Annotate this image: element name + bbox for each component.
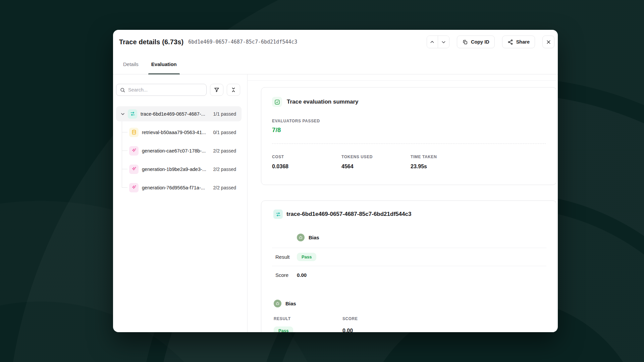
- robot-icon: [274, 300, 281, 307]
- pass-badge: Pass: [297, 253, 316, 261]
- score-cell: 0.00: [342, 328, 353, 333]
- header-actions: Copy ID Share: [427, 36, 554, 48]
- sparkles-icon: [129, 146, 139, 156]
- page-title: Trace details (6.73s): [119, 38, 183, 46]
- metric-label: TOKENS USED: [341, 155, 411, 159]
- share-icon: [507, 39, 513, 45]
- share-label: Share: [516, 39, 530, 45]
- span-tree-panel: trace-6bd1e469-0657-4687-... 1/1 passed …: [113, 74, 248, 332]
- metric-value: 0.0368: [272, 164, 341, 170]
- swap-arrows-icon: [128, 109, 137, 119]
- panel-divider: [248, 80, 558, 81]
- modal-body: trace-6bd1e469-0657-4687-... 1/1 passed …: [113, 74, 558, 332]
- evaluator-summary-header-bias: Bias: [274, 300, 556, 307]
- score-row: Score 0.00: [261, 266, 556, 284]
- result-cell: Pass: [274, 326, 342, 332]
- node-label: generation-76d9565a-f71a-...: [142, 185, 205, 190]
- filter-funnel-icon: [214, 87, 220, 93]
- dashed-divider: [272, 143, 546, 144]
- chevron-up-icon: [429, 39, 435, 45]
- copy-icon: [462, 39, 468, 45]
- metric-label: TIME TAKEN: [411, 155, 437, 159]
- copy-id-label: Copy ID: [471, 39, 489, 45]
- trace-nav-group: [427, 36, 449, 48]
- chevron-down-icon: [441, 39, 446, 45]
- result-header: RESULT: [274, 316, 342, 321]
- node-label: generation-1b9be2a9-ade3-...: [142, 167, 206, 172]
- close-button[interactable]: [542, 36, 554, 48]
- database-icon: [129, 128, 139, 137]
- summary-card-header: Trace evaluation summary: [272, 97, 546, 107]
- search-input[interactable]: [128, 87, 203, 93]
- collapse-vertical-icon: [230, 87, 236, 93]
- chevron-down-icon[interactable]: [120, 111, 125, 117]
- prev-trace-button[interactable]: [427, 36, 438, 48]
- evaluators-passed-value: 7/8: [272, 126, 546, 134]
- metric-tokens-used: TOKENS USED 4564: [341, 155, 411, 170]
- robot-icon: [297, 234, 305, 241]
- node-status: 2/2 passed: [213, 185, 242, 190]
- search-toolbar: [116, 84, 240, 96]
- tree-row-generation-1[interactable]: generation-cae67c07-178b-... 2/2 passed: [116, 143, 241, 158]
- node-status: 0/1 passed: [213, 130, 242, 135]
- score-label: Score: [275, 272, 297, 278]
- modal-header: Trace details (6.73s) 6bd1e469-0657-4687…: [113, 30, 558, 54]
- node-status: 2/2 passed: [213, 167, 242, 172]
- node-status: 1/1 passed: [213, 111, 242, 117]
- evaluators-passed-label: EVALUATORS PASSED: [272, 119, 546, 123]
- score-header: SCORE: [342, 316, 358, 321]
- summary-card-title: Trace evaluation summary: [287, 99, 359, 105]
- tree-row-generation-3[interactable]: generation-76d9565a-f71a-... 2/2 passed: [116, 180, 241, 195]
- swap-arrows-icon: [273, 209, 283, 219]
- table-values: Pass 0.00: [274, 326, 556, 332]
- evaluator-name: Bias: [285, 301, 296, 306]
- node-label: generation-cae67c07-178b-...: [142, 148, 206, 154]
- checkbox-check-icon: [272, 97, 282, 107]
- trace-card-title: trace-6bd1e469-0657-4687-85c7-6bd21df544…: [286, 211, 411, 218]
- tree-row-retrieval[interactable]: retrieval-b50aaa79-0563-41... 0/1 passed: [116, 125, 241, 140]
- tree-row-generation-2[interactable]: generation-1b9be2a9-ade3-... 2/2 passed: [116, 162, 241, 177]
- tab-evaluation[interactable]: Evaluation: [148, 54, 180, 74]
- trace-evaluation-summary-card: Trace evaluation summary EVALUATORS PASS…: [261, 87, 557, 185]
- close-icon: [546, 39, 551, 45]
- sparkles-icon: [129, 165, 139, 174]
- score-value: 0.00: [297, 272, 307, 278]
- title-wrap: Trace details (6.73s) 6bd1e469-0657-4687…: [119, 38, 427, 46]
- trace-id: 6bd1e469-0657-4687-85c7-6bd21df544c3: [188, 39, 297, 45]
- sparkles-icon: [129, 183, 139, 192]
- metric-label: COST: [272, 155, 341, 159]
- node-status: 2/2 passed: [213, 148, 242, 154]
- span-tree: trace-6bd1e469-0657-4687-... 1/1 passed …: [113, 106, 247, 195]
- tree-row-trace[interactable]: trace-6bd1e469-0657-4687-... 1/1 passed: [116, 106, 241, 121]
- evaluator-header-bias: Bias: [297, 234, 556, 241]
- search-icon: [120, 87, 125, 93]
- pass-badge: Pass: [274, 326, 293, 332]
- share-button[interactable]: Share: [502, 36, 535, 48]
- copy-id-button[interactable]: Copy ID: [457, 36, 495, 48]
- collapse-all-button[interactable]: [227, 84, 240, 96]
- metric-value: 23.95s: [411, 164, 437, 170]
- trace-card-header: trace-6bd1e469-0657-4687-85c7-6bd21df544…: [273, 209, 556, 219]
- metric-cost: COST 0.0368: [272, 155, 341, 170]
- evaluator-name: Bias: [309, 235, 319, 240]
- tab-bar: Details Evaluation: [113, 54, 558, 74]
- metrics-row: COST 0.0368 TOKENS USED 4564 TIME TAKEN …: [272, 155, 546, 170]
- search-box[interactable]: [116, 84, 207, 96]
- filter-button[interactable]: [210, 84, 223, 96]
- evaluation-panel: Trace evaluation summary EVALUATORS PASS…: [248, 74, 558, 332]
- trace-details-modal: Trace details (6.73s) 6bd1e469-0657-4687…: [113, 30, 558, 332]
- result-row: Result Pass: [261, 248, 556, 266]
- next-trace-button[interactable]: [438, 36, 449, 48]
- tab-details[interactable]: Details: [120, 54, 142, 74]
- metric-time-taken: TIME TAKEN 23.95s: [411, 155, 437, 170]
- metric-value: 4564: [341, 164, 411, 170]
- result-label: Result: [275, 254, 297, 260]
- trace-detail-card: trace-6bd1e469-0657-4687-85c7-6bd21df544…: [261, 200, 557, 332]
- evaluator-result-table: RESULT SCORE Pass 0.00: [274, 316, 556, 332]
- node-label: trace-6bd1e469-0657-4687-...: [141, 111, 205, 117]
- node-label: retrieval-b50aaa79-0563-41...: [142, 130, 206, 135]
- table-headers: RESULT SCORE: [274, 316, 556, 321]
